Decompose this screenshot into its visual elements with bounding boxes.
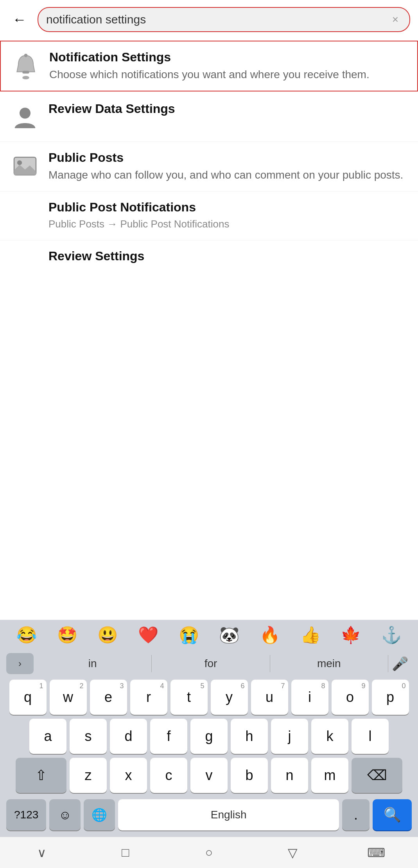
- result-text-public-post-notif: Public Post Notifications Public Posts →…: [48, 200, 409, 231]
- nav-bar: ∨ □ ○ ▽ ⌨: [0, 837, 418, 868]
- result-title: Public Posts: [48, 150, 409, 165]
- key-r[interactable]: r4: [130, 680, 167, 715]
- key-h[interactable]: h: [231, 719, 268, 754]
- nav-keyboard-button[interactable]: ⌨: [362, 839, 390, 866]
- numbers-key[interactable]: ?123: [6, 799, 46, 830]
- result-title: Review Data Settings: [48, 102, 409, 116]
- key-g[interactable]: g: [190, 719, 228, 754]
- suggestion-in[interactable]: in: [34, 655, 152, 672]
- emoji-crying[interactable]: 😭: [177, 624, 201, 646]
- key-z[interactable]: z: [70, 758, 107, 793]
- search-key[interactable]: 🔍: [373, 799, 412, 830]
- key-row-bottom: ?123 ☺ 🌐 English . 🔍: [3, 797, 415, 834]
- emoji-heart[interactable]: ❤️: [136, 624, 160, 646]
- key-t[interactable]: t5: [170, 680, 208, 715]
- key-m[interactable]: m: [311, 758, 348, 793]
- person-icon: [9, 102, 41, 133]
- period-key[interactable]: .: [342, 799, 370, 830]
- suggestion-mein[interactable]: mein: [270, 655, 388, 672]
- emoji-grin[interactable]: 😃: [96, 624, 119, 646]
- svg-point-3: [20, 108, 30, 119]
- result-item-partial[interactable]: Review Settings: [0, 240, 418, 272]
- key-j[interactable]: j: [271, 719, 308, 754]
- result-title: Notification Settings: [49, 50, 408, 64]
- shift-key[interactable]: ⇧: [16, 758, 66, 793]
- emoji-face-key[interactable]: ☺: [49, 799, 81, 830]
- back-arrow-icon: ←: [13, 11, 27, 28]
- backspace-key[interactable]: ⌫: [352, 758, 402, 793]
- results-list: Notification Settings Choose which notif…: [0, 41, 418, 272]
- emoji-panda[interactable]: 🐼: [217, 624, 241, 646]
- suggestion-for[interactable]: for: [152, 655, 270, 672]
- search-input[interactable]: [46, 13, 385, 26]
- microphone-button[interactable]: 🎤: [388, 653, 412, 674]
- expand-suggestions-button[interactable]: ›: [6, 653, 34, 674]
- image-icon: [9, 150, 41, 182]
- key-s[interactable]: s: [70, 719, 107, 754]
- emoji-anchor[interactable]: ⚓: [380, 624, 403, 646]
- key-a[interactable]: a: [29, 719, 66, 754]
- key-row-2: a s d f g h j k l: [3, 719, 415, 754]
- key-v[interactable]: v: [190, 758, 228, 793]
- back-button[interactable]: ←: [8, 8, 31, 31]
- placeholder-icon: [9, 200, 41, 231]
- emoji-thumbsup[interactable]: 👍: [299, 624, 322, 646]
- key-row-1: q1 w2 e3 r4 t5 y6 u7 i8 o9 p0: [3, 680, 415, 715]
- svg-point-1: [24, 54, 28, 57]
- key-w[interactable]: w2: [50, 680, 87, 715]
- result-breadcrumb: Public Posts → Public Post Notifications: [48, 217, 409, 231]
- search-box: ×: [38, 7, 410, 32]
- key-y[interactable]: y6: [211, 680, 248, 715]
- nav-triangle-button[interactable]: ▽: [279, 839, 306, 866]
- key-k[interactable]: k: [311, 719, 348, 754]
- emoji-row: 😂 🤩 😃 ❤️ 😭 🐼 🔥 👍 🍁 ⚓: [0, 620, 418, 650]
- header: ← ×: [0, 0, 418, 39]
- result-title: Public Post Notifications: [48, 200, 409, 215]
- result-text-partial: Review Settings: [48, 249, 409, 266]
- bell-icon: [10, 50, 41, 81]
- svg-point-0: [22, 76, 29, 79]
- key-e[interactable]: e3: [90, 680, 127, 715]
- key-i[interactable]: i8: [291, 680, 328, 715]
- keyboard: 😂 🤩 😃 ❤️ 😭 🐼 🔥 👍 🍁 ⚓ › in for mein 🎤 q1 …: [0, 620, 418, 837]
- result-text-notification-settings: Notification Settings Choose which notif…: [49, 50, 408, 82]
- result-item-public-posts[interactable]: Public Posts Manage who can follow you, …: [0, 142, 418, 191]
- result-item-review-data-settings[interactable]: Review Data Settings: [0, 93, 418, 142]
- key-row-3: ⇧ z x c v b n m ⌫: [3, 758, 415, 793]
- space-key[interactable]: English: [118, 799, 339, 830]
- emoji-leaf[interactable]: 🍁: [339, 624, 362, 646]
- emoji-kiss[interactable]: 🤩: [56, 624, 79, 646]
- result-text-public-posts: Public Posts Manage who can follow you, …: [48, 150, 409, 183]
- result-item-public-post-notifications[interactable]: Public Post Notifications Public Posts →…: [0, 191, 418, 240]
- globe-key[interactable]: 🌐: [84, 799, 115, 830]
- key-l[interactable]: l: [352, 719, 389, 754]
- key-x[interactable]: x: [110, 758, 147, 793]
- nav-down-button[interactable]: ∨: [28, 839, 56, 866]
- key-b[interactable]: b: [231, 758, 268, 793]
- key-q[interactable]: q1: [9, 680, 47, 715]
- emoji-laughing[interactable]: 😂: [15, 624, 38, 646]
- suggestions-row: › in for mein 🎤: [0, 650, 418, 677]
- result-text-review-data: Review Data Settings: [48, 102, 409, 118]
- svg-rect-2: [22, 71, 29, 73]
- key-o[interactable]: o9: [332, 680, 369, 715]
- result-desc: Choose which notifications you want and …: [49, 67, 408, 82]
- nav-square-button[interactable]: □: [112, 839, 139, 866]
- nav-circle-button[interactable]: ○: [195, 839, 222, 866]
- result-desc: Manage who can follow you, and who can c…: [48, 167, 409, 183]
- key-f[interactable]: f: [150, 719, 187, 754]
- key-p[interactable]: p0: [372, 680, 409, 715]
- key-d[interactable]: d: [110, 719, 147, 754]
- svg-point-5: [17, 160, 22, 165]
- key-c[interactable]: c: [150, 758, 187, 793]
- emoji-fire[interactable]: 🔥: [258, 624, 282, 646]
- key-n[interactable]: n: [271, 758, 308, 793]
- clear-button[interactable]: ×: [389, 12, 402, 27]
- result-item-notification-settings[interactable]: Notification Settings Choose which notif…: [0, 41, 418, 91]
- key-rows: q1 w2 e3 r4 t5 y6 u7 i8 o9 p0 a s d f g …: [0, 677, 418, 837]
- key-u[interactable]: u7: [251, 680, 288, 715]
- result-title-partial: Review Settings: [48, 249, 409, 263]
